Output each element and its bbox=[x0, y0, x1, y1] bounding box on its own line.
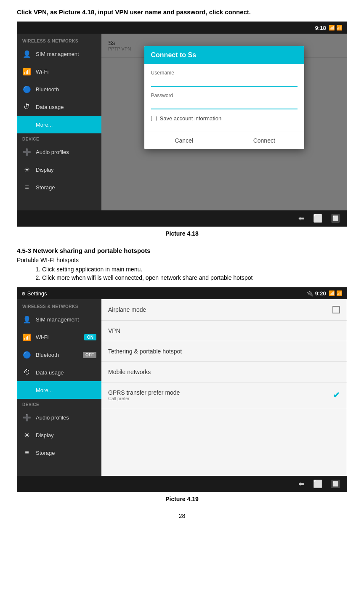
save-account-row-418[interactable]: Save account information bbox=[151, 115, 298, 122]
password-input-418[interactable] bbox=[151, 100, 298, 109]
nav-bar-419: ⬅ ⬜ 🔲 bbox=[17, 476, 347, 492]
sidebar-label-wifi-419: Wi-Fi bbox=[36, 334, 48, 340]
storage-icon-418: ≡ bbox=[22, 183, 32, 192]
status-time-418: 9:18 bbox=[315, 25, 326, 31]
sim-icon-418: 👤 bbox=[22, 49, 32, 58]
section-wireless-418: WIRELESS & NETWORKS bbox=[17, 35, 101, 45]
airplane-mode-checkbox[interactable] bbox=[332, 306, 340, 313]
save-account-label-418: Save account information bbox=[160, 115, 222, 122]
section-heading: 4.5-3 Network sharing and portable hotsp… bbox=[17, 247, 347, 254]
recents-icon-418[interactable]: 🔲 bbox=[331, 214, 340, 223]
sidebar-label-data-419: Data usage bbox=[36, 369, 64, 376]
status-bar-419: ⚙ Settings 🔌 9:20 📶 📶 bbox=[17, 287, 347, 299]
bluetooth-toggle-419[interactable]: OFF bbox=[83, 352, 96, 358]
sidebar-item-storage-418[interactable]: ≡ Storage bbox=[17, 178, 101, 196]
settings-body-418: WIRELESS & NETWORKS 👤 SIM management 📶 W… bbox=[17, 34, 347, 210]
dialog-overlay-418: Connect to Ss Username Password Save acc… bbox=[101, 34, 347, 210]
sidebar-item-audio-418[interactable]: ➕ Audio profiles bbox=[17, 143, 101, 161]
audio-icon-418: ➕ bbox=[22, 147, 32, 157]
sidebar-label-data-418: Data usage bbox=[36, 104, 64, 110]
sidebar-item-sim-418[interactable]: 👤 SIM management bbox=[17, 45, 101, 63]
sidebar-label-audio-419: Audio profiles bbox=[36, 414, 69, 421]
back-icon-418[interactable]: ⬅ bbox=[298, 214, 305, 223]
data-icon-418: ⏱ bbox=[22, 102, 32, 112]
sidebar-item-data-418[interactable]: ⏱ Data usage bbox=[17, 98, 101, 116]
wifi-icon-418: 📶 bbox=[22, 67, 32, 76]
section-wireless-419: WIRELESS & NETWORKS bbox=[17, 301, 101, 311]
data-icon-419: ⏱ bbox=[22, 368, 32, 377]
right-panel-418: Ss PPTP VPN Connect to Ss Username Passw… bbox=[101, 34, 347, 210]
sidebar-label-audio-418: Audio profiles bbox=[36, 149, 69, 155]
mobile-networks-item[interactable]: Mobile networks bbox=[101, 362, 347, 382]
right-panel-419: Airplane mode VPN Tethering & portable h… bbox=[101, 299, 347, 476]
gprs-item[interactable]: GPRS transfer prefer mode Call prefer ✔ bbox=[101, 382, 347, 408]
gprs-label: GPRS transfer prefer mode bbox=[108, 389, 180, 396]
caption-419: Picture 4.19 bbox=[17, 496, 347, 502]
password-label-418: Password bbox=[151, 93, 298, 98]
vpn-label-419: VPN bbox=[108, 327, 120, 334]
screenshot-419: ⚙ Settings 🔌 9:20 📶 📶 WIRELESS & NETWORK… bbox=[17, 287, 347, 492]
bluetooth-icon-419: 🔵 bbox=[22, 350, 32, 359]
sidebar-419: WIRELESS & NETWORKS 👤 SIM management 📶 W… bbox=[17, 299, 101, 476]
home-icon-418[interactable]: ⬜ bbox=[313, 214, 322, 223]
usb-icon-419: 🔌 bbox=[307, 290, 314, 297]
connect-button-418[interactable]: Connect bbox=[224, 132, 304, 149]
wifi-toggle-419[interactable]: ON bbox=[84, 334, 96, 340]
sidebar-label-more-419: More... bbox=[36, 387, 53, 393]
save-account-checkbox-418[interactable] bbox=[151, 116, 157, 121]
recents-icon-419[interactable]: 🔲 bbox=[331, 479, 340, 489]
step-1: Click setting application in main menu. bbox=[42, 266, 347, 273]
sidebar-item-audio-419[interactable]: ➕ Audio profiles bbox=[17, 409, 101, 426]
sidebar-label-storage-419: Storage bbox=[36, 450, 55, 456]
caption-418: Picture 4.18 bbox=[17, 230, 347, 237]
more-icon-419 bbox=[22, 385, 32, 395]
section-device-418: DEVICE bbox=[17, 133, 101, 143]
sidebar-label-sim-419: SIM management bbox=[36, 316, 79, 323]
nav-bar-418: ⬅ ⬜ 🔲 bbox=[17, 210, 347, 226]
step-2: Click more when wifi is well connected, … bbox=[42, 274, 347, 281]
audio-icon-419: ➕ bbox=[22, 413, 32, 422]
sidebar-item-bluetooth-418[interactable]: 🔵 Bluetooth bbox=[17, 80, 101, 98]
sidebar-label-more-418: More... bbox=[36, 122, 53, 128]
sidebar-label-display-419: Display bbox=[36, 432, 54, 438]
cancel-button-418[interactable]: Cancel bbox=[144, 132, 225, 149]
sidebar-item-wifi-419[interactable]: 📶 Wi-Fi ON bbox=[17, 328, 101, 346]
page-number: 28 bbox=[17, 512, 347, 519]
sidebar-label-bluetooth-419: Bluetooth bbox=[36, 352, 59, 358]
vpn-dialog-418: Connect to Ss Username Password Save acc… bbox=[144, 46, 304, 149]
sidebar-item-wifi-418[interactable]: 📶 Wi-Fi bbox=[17, 63, 101, 80]
sidebar-item-display-418[interactable]: ☀ Display bbox=[17, 161, 101, 178]
screenshot-418: 9:18 📶 📶 WIRELESS & NETWORKS 👤 SIM manag… bbox=[17, 21, 347, 227]
app-title-419: ⚙ Settings bbox=[21, 290, 47, 297]
display-icon-418: ☀ bbox=[22, 165, 32, 174]
status-time-419: 9:20 bbox=[315, 290, 326, 297]
back-icon-419[interactable]: ⬅ bbox=[298, 479, 305, 489]
sidebar-item-storage-419[interactable]: ≡ Storage bbox=[17, 444, 101, 462]
status-bar-418: 9:18 📶 📶 bbox=[17, 22, 347, 34]
username-input-418[interactable] bbox=[151, 77, 298, 87]
storage-icon-419: ≡ bbox=[22, 448, 32, 457]
sidebar-label-storage-418: Storage bbox=[36, 184, 55, 191]
vpn-item-419[interactable]: VPN bbox=[101, 321, 347, 341]
sim-icon-419: 👤 bbox=[22, 315, 32, 324]
airplane-mode-label: Airplane mode bbox=[108, 306, 146, 313]
intro-text: Click VPN, as Picture 4.18, input VPN us… bbox=[17, 8, 347, 16]
airplane-mode-item[interactable]: Airplane mode bbox=[101, 299, 347, 321]
status-icons-419: 📶 📶 bbox=[329, 290, 343, 296]
sidebar-item-bluetooth-419[interactable]: 🔵 Bluetooth OFF bbox=[17, 346, 101, 364]
sidebar-item-display-419[interactable]: ☀ Display bbox=[17, 426, 101, 444]
sidebar-label-sim-418: SIM management bbox=[36, 51, 79, 57]
sidebar-item-data-419[interactable]: ⏱ Data usage bbox=[17, 364, 101, 381]
sidebar-item-more-419[interactable]: More... bbox=[17, 381, 101, 399]
gprs-sublabel: Call prefer bbox=[108, 396, 180, 401]
dialog-title-418: Connect to Ss bbox=[144, 46, 304, 64]
section-device-419: DEVICE bbox=[17, 399, 101, 409]
tethering-item[interactable]: Tethering & portable hotspot bbox=[101, 341, 347, 362]
username-label-418: Username bbox=[151, 70, 298, 76]
bluetooth-icon-418: 🔵 bbox=[22, 85, 32, 94]
display-icon-419: ☀ bbox=[22, 430, 32, 440]
sidebar-item-more-418[interactable]: More... bbox=[17, 116, 101, 133]
more-icon-418 bbox=[22, 120, 32, 129]
home-icon-419[interactable]: ⬜ bbox=[313, 479, 322, 489]
sidebar-item-sim-419[interactable]: 👤 SIM management bbox=[17, 311, 101, 328]
